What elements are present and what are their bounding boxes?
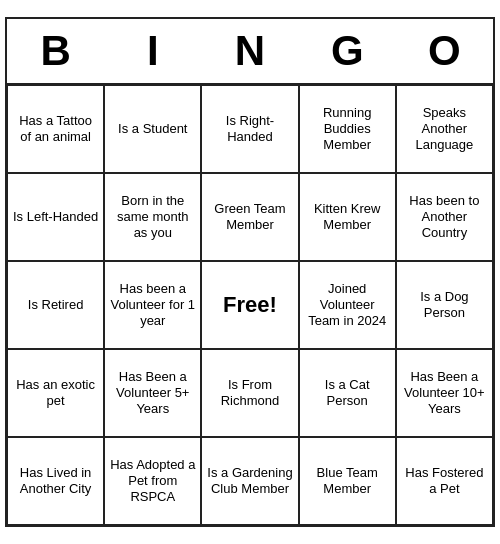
bingo-cell-21[interactable]: Has Adopted a Pet from RSPCA: [104, 437, 201, 525]
bingo-cell-17[interactable]: Is From Richmond: [201, 349, 298, 437]
bingo-cell-15[interactable]: Has an exotic pet: [7, 349, 104, 437]
bingo-cell-19[interactable]: Has Been a Volunteer 10+ Years: [396, 349, 493, 437]
letter-i: I: [104, 27, 201, 75]
bingo-cell-18[interactable]: Is a Cat Person: [299, 349, 396, 437]
bingo-cell-23[interactable]: Blue Team Member: [299, 437, 396, 525]
bingo-cell-8[interactable]: Kitten Krew Member: [299, 173, 396, 261]
bingo-cell-14[interactable]: Is a Dog Person: [396, 261, 493, 349]
bingo-cell-5[interactable]: Is Left-Handed: [7, 173, 104, 261]
letter-b: B: [7, 27, 104, 75]
bingo-cell-11[interactable]: Has been a Volunteer for 1 year: [104, 261, 201, 349]
bingo-cell-16[interactable]: Has Been a Volunteer 5+ Years: [104, 349, 201, 437]
letter-o: O: [396, 27, 493, 75]
letter-n: N: [201, 27, 298, 75]
bingo-cell-24[interactable]: Has Fostered a Pet: [396, 437, 493, 525]
bingo-cell-9[interactable]: Has been to Another Country: [396, 173, 493, 261]
bingo-cell-3[interactable]: Running Buddies Member: [299, 85, 396, 173]
bingo-cell-7[interactable]: Green Team Member: [201, 173, 298, 261]
bingo-cell-13[interactable]: Joined Volunteer Team in 2024: [299, 261, 396, 349]
bingo-cell-0[interactable]: Has a Tattoo of an animal: [7, 85, 104, 173]
bingo-cell-6[interactable]: Born in the same month as you: [104, 173, 201, 261]
bingo-cell-2[interactable]: Is Right-Handed: [201, 85, 298, 173]
bingo-cell-20[interactable]: Has Lived in Another City: [7, 437, 104, 525]
bingo-grid: Has a Tattoo of an animalIs a StudentIs …: [7, 83, 493, 525]
bingo-cell-22[interactable]: Is a Gardening Club Member: [201, 437, 298, 525]
bingo-cell-4[interactable]: Speaks Another Language: [396, 85, 493, 173]
bingo-card: B I N G O Has a Tattoo of an animalIs a …: [5, 17, 495, 527]
bingo-cell-12[interactable]: Free!: [201, 261, 298, 349]
bingo-cell-10[interactable]: Is Retired: [7, 261, 104, 349]
bingo-cell-1[interactable]: Is a Student: [104, 85, 201, 173]
letter-g: G: [299, 27, 396, 75]
bingo-header: B I N G O: [7, 19, 493, 83]
